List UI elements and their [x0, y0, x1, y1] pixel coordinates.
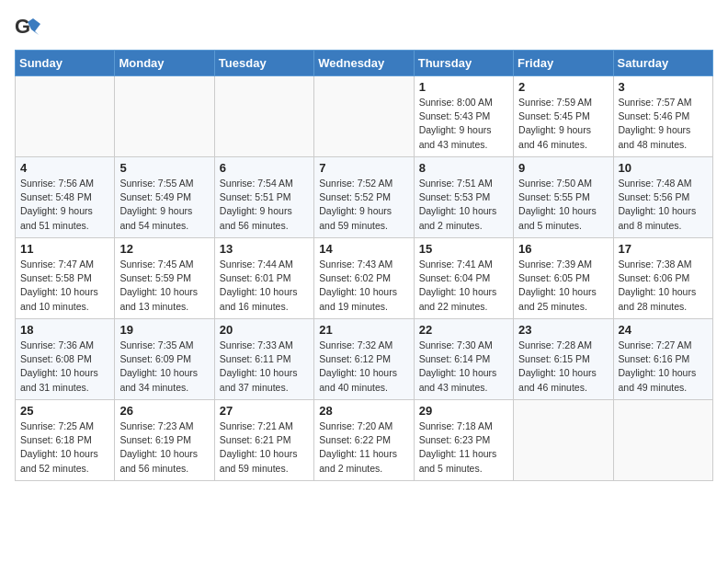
day-info: Sunrise: 7:50 AMSunset: 5:55 PMDaylight:… — [518, 177, 608, 233]
day-number: 22 — [419, 323, 508, 337]
day-info: Sunrise: 7:57 AMSunset: 5:46 PMDaylight:… — [619, 96, 708, 152]
day-number: 16 — [518, 242, 608, 256]
calendar-cell — [115, 76, 214, 157]
calendar-cell: 12Sunrise: 7:45 AMSunset: 5:59 PMDayligh… — [115, 238, 214, 319]
day-info: Sunrise: 7:45 AMSunset: 5:59 PMDaylight:… — [119, 258, 209, 314]
day-info: Sunrise: 7:56 AMSunset: 5:48 PMDaylight:… — [20, 177, 109, 233]
day-number: 24 — [619, 323, 708, 337]
day-number: 28 — [319, 404, 408, 418]
calendar-cell — [314, 76, 414, 157]
col-header-tuesday: Tuesday — [214, 51, 313, 76]
day-info: Sunrise: 7:28 AMSunset: 6:15 PMDaylight:… — [518, 339, 608, 395]
calendar-cell: 17Sunrise: 7:38 AMSunset: 6:06 PMDayligh… — [613, 238, 712, 319]
daylight-label: Daylight: 10 hours — [419, 205, 497, 216]
calendar-cell: 25Sunrise: 7:25 AMSunset: 6:18 PMDayligh… — [16, 400, 115, 481]
daylight-label: Daylight: 10 hours — [119, 448, 198, 459]
day-number: 20 — [220, 323, 309, 337]
day-number: 21 — [319, 323, 408, 337]
calendar-cell: 9Sunrise: 7:50 AMSunset: 5:55 PMDaylight… — [514, 157, 613, 238]
day-info: Sunrise: 7:36 AMSunset: 6:08 PMDaylight:… — [20, 339, 109, 395]
calendar-cell: 2Sunrise: 7:59 AMSunset: 5:45 PMDaylight… — [514, 76, 613, 157]
calendar-cell: 26Sunrise: 7:23 AMSunset: 6:19 PMDayligh… — [115, 400, 214, 481]
calendar-cell: 13Sunrise: 7:44 AMSunset: 6:01 PMDayligh… — [214, 238, 313, 319]
day-info: Sunrise: 7:59 AMSunset: 5:45 PMDaylight:… — [518, 96, 608, 152]
daylight-label: Daylight: 10 hours — [419, 286, 497, 297]
day-number: 3 — [619, 80, 708, 94]
day-number: 17 — [619, 242, 708, 256]
day-info: Sunrise: 7:44 AMSunset: 6:01 PMDaylight:… — [220, 258, 309, 314]
daylight-label: Daylight: 9 hours — [119, 205, 192, 216]
calendar-cell — [613, 400, 712, 481]
calendar-cell: 4Sunrise: 7:56 AMSunset: 5:48 PMDaylight… — [16, 157, 115, 238]
day-info: Sunrise: 7:33 AMSunset: 6:11 PMDaylight:… — [220, 339, 309, 395]
daylight-label: Daylight: 10 hours — [619, 205, 697, 216]
day-number: 10 — [619, 161, 708, 175]
calendar-cell: 8Sunrise: 7:51 AMSunset: 5:53 PMDaylight… — [414, 157, 513, 238]
col-header-monday: Monday — [115, 51, 214, 76]
daylight-label: Daylight: 9 hours — [619, 124, 691, 135]
day-info: Sunrise: 7:25 AMSunset: 6:18 PMDaylight:… — [20, 419, 109, 476]
daylight-label: Daylight: 9 hours — [518, 124, 591, 135]
calendar-cell: 5Sunrise: 7:55 AMSunset: 5:49 PMDaylight… — [115, 157, 214, 238]
daylight-label: Daylight: 9 hours — [20, 205, 93, 216]
day-number: 29 — [419, 404, 508, 418]
daylight-label: Daylight: 10 hours — [20, 367, 98, 378]
day-number: 26 — [119, 404, 209, 418]
day-info: Sunrise: 7:32 AMSunset: 6:12 PMDaylight:… — [319, 339, 408, 395]
day-info: Sunrise: 7:30 AMSunset: 6:14 PMDaylight:… — [419, 339, 508, 395]
svg-text:G: G — [15, 15, 30, 38]
daylight-label: Daylight: 10 hours — [518, 367, 597, 378]
calendar-cell: 20Sunrise: 7:33 AMSunset: 6:11 PMDayligh… — [214, 319, 313, 400]
week-row-4: 18Sunrise: 7:36 AMSunset: 6:08 PMDayligh… — [16, 319, 713, 400]
day-info: Sunrise: 8:00 AMSunset: 5:43 PMDaylight:… — [419, 96, 508, 152]
daylight-label: Daylight: 10 hours — [220, 448, 298, 459]
daylight-label: Daylight: 9 hours — [419, 124, 492, 135]
calendar-cell: 22Sunrise: 7:30 AMSunset: 6:14 PMDayligh… — [414, 319, 513, 400]
day-number: 27 — [220, 404, 309, 418]
daylight-label: Daylight: 10 hours — [20, 286, 98, 297]
calendar-cell: 10Sunrise: 7:48 AMSunset: 5:56 PMDayligh… — [613, 157, 712, 238]
calendar-table: SundayMondayTuesdayWednesdayThursdayFrid… — [15, 50, 713, 481]
logo-icon: G — [15, 15, 40, 40]
day-info: Sunrise: 7:51 AMSunset: 5:53 PMDaylight:… — [419, 177, 508, 233]
page-header: G — [15, 15, 713, 40]
day-number: 9 — [518, 161, 608, 175]
calendar-cell: 19Sunrise: 7:35 AMSunset: 6:09 PMDayligh… — [115, 319, 214, 400]
day-info: Sunrise: 7:21 AMSunset: 6:21 PMDaylight:… — [220, 419, 309, 476]
day-number: 14 — [319, 242, 408, 256]
calendar-cell: 23Sunrise: 7:28 AMSunset: 6:15 PMDayligh… — [514, 319, 613, 400]
day-number: 15 — [419, 242, 508, 256]
calendar-cell: 6Sunrise: 7:54 AMSunset: 5:51 PMDaylight… — [214, 157, 313, 238]
day-info: Sunrise: 7:27 AMSunset: 6:16 PMDaylight:… — [619, 339, 708, 395]
daylight-label: Daylight: 11 hours — [419, 448, 497, 459]
col-header-thursday: Thursday — [414, 51, 513, 76]
daylight-label: Daylight: 10 hours — [20, 448, 98, 459]
daylight-label: Daylight: 10 hours — [119, 367, 198, 378]
day-number: 18 — [20, 323, 109, 337]
col-header-wednesday: Wednesday — [314, 51, 414, 76]
daylight-label: Daylight: 11 hours — [319, 448, 397, 459]
day-info: Sunrise: 7:43 AMSunset: 6:02 PMDaylight:… — [319, 258, 408, 314]
daylight-label: Daylight: 10 hours — [319, 367, 397, 378]
day-info: Sunrise: 7:41 AMSunset: 6:04 PMDaylight:… — [419, 258, 508, 314]
day-info: Sunrise: 7:23 AMSunset: 6:19 PMDaylight:… — [119, 419, 209, 476]
day-info: Sunrise: 7:20 AMSunset: 6:22 PMDaylight:… — [319, 419, 408, 476]
calendar-cell: 24Sunrise: 7:27 AMSunset: 6:16 PMDayligh… — [613, 319, 712, 400]
calendar-cell — [16, 76, 115, 157]
day-info: Sunrise: 7:54 AMSunset: 5:51 PMDaylight:… — [220, 177, 309, 233]
calendar-cell: 7Sunrise: 7:52 AMSunset: 5:52 PMDaylight… — [314, 157, 414, 238]
week-row-2: 4Sunrise: 7:56 AMSunset: 5:48 PMDaylight… — [16, 157, 713, 238]
daylight-label: Daylight: 10 hours — [619, 367, 697, 378]
calendar-header-row: SundayMondayTuesdayWednesdayThursdayFrid… — [16, 51, 713, 76]
logo: G — [15, 15, 44, 40]
day-number: 25 — [20, 404, 109, 418]
day-number: 23 — [518, 323, 608, 337]
daylight-label: Daylight: 10 hours — [619, 286, 697, 297]
day-number: 12 — [119, 242, 209, 256]
daylight-label: Daylight: 10 hours — [119, 286, 198, 297]
calendar-cell: 27Sunrise: 7:21 AMSunset: 6:21 PMDayligh… — [214, 400, 313, 481]
calendar-cell: 15Sunrise: 7:41 AMSunset: 6:04 PMDayligh… — [414, 238, 513, 319]
col-header-sunday: Sunday — [16, 51, 115, 76]
daylight-label: Daylight: 9 hours — [319, 205, 392, 216]
calendar-cell: 3Sunrise: 7:57 AMSunset: 5:46 PMDaylight… — [613, 76, 712, 157]
